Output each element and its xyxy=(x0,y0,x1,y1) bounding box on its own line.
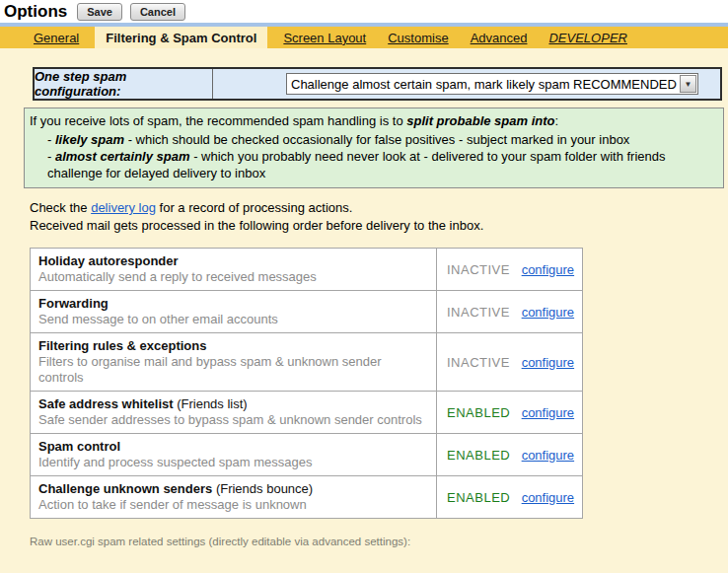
delivery-log-link[interactable]: delivery log xyxy=(91,200,156,215)
spam-config-selected-option: Challenge almost certain spam, mark like… xyxy=(291,77,677,92)
configure-link[interactable]: configure xyxy=(522,448,574,463)
row-description: Filters to organise mail and bypass spam… xyxy=(38,354,428,386)
row-title: Spam control xyxy=(38,438,428,455)
table-row: Safe address whitelist (Friends list) Sa… xyxy=(31,392,583,434)
cancel-button[interactable]: Cancel xyxy=(130,3,185,21)
row-title: Challenge unknown senders (Friends bounc… xyxy=(38,480,428,497)
spam-config-select-cell: Challenge almost certain spam, mark like… xyxy=(213,69,720,99)
table-row: Forwarding Send message to on other emai… xyxy=(31,291,583,333)
info-item-likely-spam: - likely spam - which should be checked … xyxy=(47,131,717,148)
status-badge: INACTIVE xyxy=(447,262,518,277)
row-description: Safe sender addresses to bypass spam & u… xyxy=(38,412,428,428)
info-indented-items: - likely spam - which should be checked … xyxy=(47,131,717,181)
spam-handling-info-box: If you receive lots of spam, the recomme… xyxy=(24,107,724,188)
dropdown-arrow-icon[interactable]: ▼ xyxy=(680,75,696,93)
row-title: Forwarding xyxy=(38,295,428,312)
table-row: Filtering rules & exceptions Filters to … xyxy=(31,333,583,392)
configure-link[interactable]: configure xyxy=(522,490,574,505)
content-area: One step spam configuration: Challenge a… xyxy=(0,48,728,573)
info-line-1: If you receive lots of spam, the recomme… xyxy=(30,112,717,129)
row-title: Holiday autoresponder xyxy=(38,252,428,269)
one-step-spam-config-box: One step spam configuration: Challenge a… xyxy=(33,67,722,101)
tab-customise[interactable]: Customise xyxy=(388,27,448,48)
one-step-spam-config-label: One step spam configuration: xyxy=(35,69,213,99)
row-description: Action to take if sender of message is u… xyxy=(38,497,428,513)
info-item-almost-certain-spam: - almost certainly spam - which you prob… xyxy=(47,148,717,181)
table-row: Holiday autoresponder Automatically send… xyxy=(31,249,583,291)
tab-advanced[interactable]: Advanced xyxy=(471,27,528,48)
save-button[interactable]: Save xyxy=(77,3,122,21)
delivery-log-line: Check the delivery log for a record of p… xyxy=(30,199,728,217)
status-badge: INACTIVE xyxy=(447,305,518,320)
row-description: Identify and process suspected spam mess… xyxy=(38,455,428,470)
row-title: Filtering rules & exceptions xyxy=(38,337,428,354)
status-badge: INACTIVE xyxy=(447,355,518,370)
spam-config-select[interactable]: Challenge almost certain spam, mark like… xyxy=(286,73,698,95)
raw-settings-section: Raw user.cgi spam related settings (dire… xyxy=(30,535,728,573)
table-row: Challenge unknown senders (Friends bounc… xyxy=(31,476,583,519)
tab-general[interactable]: General xyxy=(34,27,79,48)
tab-screen-layout[interactable]: Screen Layout xyxy=(283,27,366,48)
configure-link[interactable]: configure xyxy=(522,405,574,420)
status-badge: ENABLED xyxy=(447,448,518,463)
table-row: Spam control Identify and process suspec… xyxy=(31,434,583,476)
processing-order-table: Holiday autoresponder Automatically send… xyxy=(30,248,583,519)
configure-link[interactable]: configure xyxy=(522,262,574,277)
row-description: Send message to on other email accounts xyxy=(38,312,428,327)
raw-settings-lines: CORE SETTINGS: spam_subject=4 friend_mod… xyxy=(45,555,728,573)
tab-filtering-spam-control[interactable]: Filtering & Spam Control xyxy=(95,27,267,48)
row-description: Automatically send a reply to received m… xyxy=(38,269,428,285)
header-bar: Options Save Cancel xyxy=(0,0,728,23)
configure-link[interactable]: configure xyxy=(522,305,574,320)
processing-order-line: Received mail gets processed in the foll… xyxy=(30,217,728,235)
page-title: Options xyxy=(4,2,67,22)
tab-bar: General Filtering & Spam Control Screen … xyxy=(0,27,728,48)
status-badge: ENABLED xyxy=(447,405,518,420)
row-title: Safe address whitelist (Friends list) xyxy=(38,395,428,412)
tab-developer[interactable]: DEVELOPER xyxy=(548,27,626,48)
configure-link[interactable]: configure xyxy=(522,355,574,370)
raw-settings-heading: Raw user.cgi spam related settings (dire… xyxy=(30,535,728,549)
status-badge: ENABLED xyxy=(447,490,518,505)
